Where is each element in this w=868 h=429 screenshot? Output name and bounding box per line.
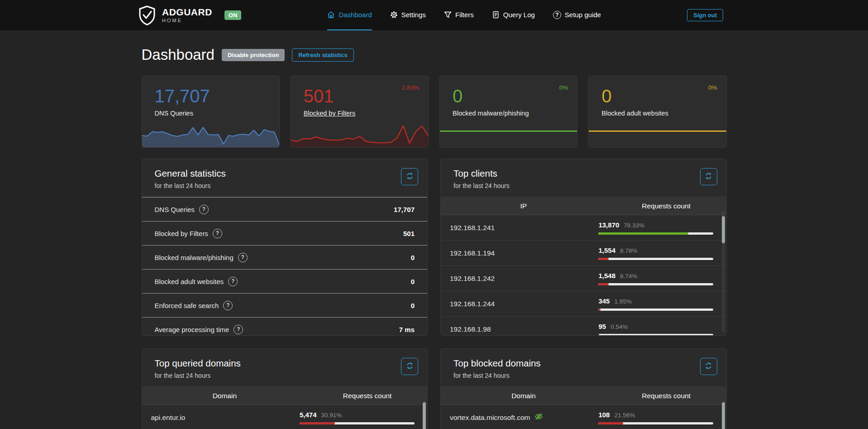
- client-row: 192.168.1.241 13,870 78.33%: [441, 215, 726, 241]
- help-icon[interactable]: ?: [213, 229, 222, 238]
- domain-row: api.entur.io 5,474 30.91%: [142, 405, 428, 429]
- refresh-button[interactable]: [401, 168, 418, 185]
- stat-row-label: Blocked by Filters: [155, 230, 208, 237]
- request-count: 1,548: [598, 272, 615, 280]
- progress-bar-fill: [598, 232, 688, 235]
- help-icon[interactable]: ?: [234, 325, 243, 334]
- main-nav: Dashboard Settings Filters: [241, 0, 687, 30]
- stat-row-value: 17,707: [394, 206, 415, 213]
- scrollbar-thumb[interactable]: [423, 402, 426, 429]
- request-count: 1,554: [598, 246, 615, 254]
- progress-bar: [598, 308, 713, 311]
- document-icon: [492, 11, 500, 19]
- progress-bar: [598, 334, 713, 336]
- protection-status-badge: ON: [224, 10, 242, 20]
- panel-title: General statistics: [155, 168, 415, 179]
- nav-item-query-log[interactable]: Query Log: [492, 0, 535, 30]
- stat-row-label: Enforced safe search: [155, 302, 219, 309]
- stat-percent: 2.83%: [402, 84, 419, 91]
- client-ip[interactable]: 192.168.1.98: [450, 325, 491, 333]
- gear-icon: [390, 11, 398, 19]
- page-title: Dashboard: [142, 46, 215, 63]
- nav-item-setup-guide[interactable]: ? Setup guide: [553, 0, 601, 30]
- client-row: 192.168.1.194 1,554 8.78%: [441, 241, 726, 266]
- progress-bar-fill: [598, 308, 601, 311]
- column-header-requests: Requests count: [307, 392, 427, 400]
- adult-flat-sparkline: [589, 130, 726, 132]
- table-header: IP Requests count: [441, 197, 726, 215]
- request-count: 5,474: [300, 411, 317, 419]
- refresh-icon: [705, 362, 712, 371]
- panel-subtitle: for the last 24 hours: [155, 372, 415, 379]
- shield-logo-icon: [138, 5, 156, 25]
- stat-cards-row: 17,707 DNS Queries 2.83% 501 Blocked by …: [142, 76, 727, 148]
- stat-row-value: 7 ms: [399, 326, 415, 333]
- nav-item-filters[interactable]: Filters: [444, 0, 474, 30]
- logo-subtitle: HOME: [162, 18, 212, 23]
- top-blocked-domains-panel: Top blocked domains for the last 24 hour…: [440, 348, 727, 429]
- domain-name[interactable]: vortex.data.microsoft.com: [450, 414, 530, 422]
- progress-bar-fill: [300, 422, 335, 424]
- client-ip[interactable]: 192.168.1.242: [450, 275, 495, 283]
- panel-subtitle: for the last 24 hours: [155, 182, 415, 189]
- scrollbar-thumb[interactable]: [722, 402, 725, 429]
- help-icon[interactable]: ?: [238, 253, 248, 262]
- stat-row-blocked-adult: Blocked adult websites ? 0: [142, 269, 428, 293]
- refresh-button[interactable]: [700, 358, 717, 375]
- stat-row-value: 0: [411, 302, 415, 309]
- client-ip[interactable]: 192.168.1.194: [450, 249, 495, 257]
- malware-flat-sparkline: [440, 130, 577, 132]
- nav-item-dashboard[interactable]: Dashboard: [327, 0, 372, 30]
- eye-off-icon[interactable]: [534, 412, 543, 423]
- domain-row: vortex.data.microsoft.com 108 21.56%: [441, 405, 726, 429]
- stat-value: 0: [453, 87, 577, 105]
- request-count: 108: [598, 411, 610, 419]
- column-header-requests: Requests count: [606, 392, 726, 400]
- refresh-button[interactable]: [401, 358, 418, 375]
- panel-subtitle: for the last 24 hours: [453, 182, 714, 189]
- stat-row-blocked-filters: Blocked by Filters ? 501: [142, 221, 428, 245]
- nav-label: Query Log: [503, 11, 535, 19]
- refresh-statistics-button[interactable]: Refresh statistics: [292, 48, 353, 62]
- stat-percent: 0%: [559, 84, 568, 91]
- progress-bar: [300, 422, 415, 424]
- refresh-icon: [705, 172, 712, 181]
- help-icon[interactable]: ?: [199, 205, 209, 214]
- nav-label: Setup guide: [565, 11, 601, 19]
- disable-protection-button[interactable]: Disable protection: [222, 49, 285, 61]
- help-icon[interactable]: ?: [223, 301, 233, 310]
- blocked-filters-sparkline: [291, 121, 428, 147]
- column-header-ip: IP: [441, 202, 606, 210]
- nav-item-settings[interactable]: Settings: [390, 0, 426, 30]
- client-row: 192.168.1.244 345 1.95%: [441, 291, 726, 317]
- stat-label: DNS Queries: [155, 110, 279, 117]
- panel-title: Top clients: [453, 168, 714, 179]
- stat-card-blocked-adult: 0% 0 Blocked adult websites: [588, 76, 726, 148]
- stat-row-dns-queries: DNS Queries ? 17,707: [142, 197, 428, 221]
- blocked-by-filters-link[interactable]: Blocked by Filters: [304, 110, 355, 117]
- help-icon[interactable]: ?: [228, 277, 238, 286]
- domain-name[interactable]: api.entur.io: [151, 414, 186, 422]
- progress-bar-fill: [598, 422, 623, 424]
- stat-row-blocked-malware: Blocked malware/phishing ? 0: [142, 245, 428, 269]
- progress-bar: [598, 422, 713, 424]
- request-percent: 8.74%: [620, 273, 637, 280]
- help-icon: ?: [553, 11, 561, 19]
- stat-row-label: Blocked malware/phishing: [155, 254, 234, 261]
- client-ip[interactable]: 192.168.1.241: [450, 224, 495, 232]
- filter-funnel-icon: [444, 11, 452, 19]
- client-ip[interactable]: 192.168.1.244: [450, 300, 495, 308]
- request-percent: 1.95%: [614, 298, 631, 305]
- progress-bar: [598, 258, 713, 260]
- home-icon: [327, 11, 335, 19]
- request-percent: 0.54%: [610, 323, 628, 330]
- refresh-button[interactable]: [700, 168, 717, 185]
- scrollbar-thumb[interactable]: [722, 216, 725, 243]
- sign-out-button[interactable]: Sign out: [687, 9, 723, 21]
- column-header-domain: Domain: [441, 392, 606, 400]
- progress-bar: [598, 232, 713, 235]
- stat-row-value: 501: [403, 230, 415, 237]
- stat-percent: 0%: [708, 84, 717, 91]
- panel-title: Top queried domains: [155, 358, 415, 369]
- stat-label: Blocked by Filters: [304, 110, 428, 117]
